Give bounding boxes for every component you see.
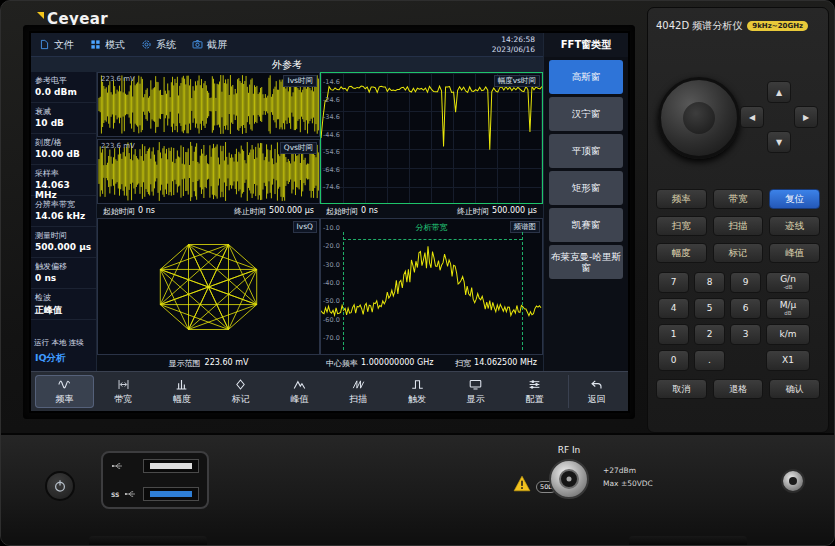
key-frequency[interactable]: 频率 — [656, 189, 707, 209]
display-range-value: 223.60 mV — [205, 358, 249, 369]
model-label: 4042D 频谱分析仪 — [656, 19, 742, 33]
key-digit-0[interactable]: 0 — [658, 350, 689, 371]
back-button[interactable]: 返回 — [568, 375, 624, 408]
key-cancel[interactable]: 取消 — [656, 379, 707, 399]
toolbar-label-peak: 峰值 — [291, 393, 309, 406]
toolbar-amplitude[interactable]: 幅度 — [153, 375, 212, 408]
fft-option-flattop[interactable]: 平顶窗 — [549, 134, 623, 168]
menubar: 文件模式系统截屏 14:26:58 2023/06/16 — [31, 33, 543, 57]
key-digit-2[interactable]: 2 — [694, 324, 725, 345]
key-decimal[interactable]: . — [694, 350, 725, 371]
param-label: 分辨率带宽 — [35, 199, 92, 210]
fft-option-kaiser[interactable]: 凯赛窗 — [549, 208, 623, 242]
ground-terminal-hole — [789, 477, 797, 485]
toolbar-items: 频率带宽幅度标记峰值扫描触发显示配置 — [35, 375, 564, 408]
param-scale-per-div: 刻度/格10.00 dB — [31, 134, 96, 165]
function-keys: 频率带宽复位扫宽扫描迹线幅度标记峰值 — [656, 189, 820, 263]
usb3-ss-label: SS — [111, 491, 119, 498]
arrow-right-key[interactable]: ▶ — [794, 106, 818, 128]
key-span[interactable]: 扫宽 — [656, 216, 707, 236]
key-label: 7 — [671, 278, 677, 287]
param-value: 0 ns — [35, 273, 92, 283]
toolbar-label-bandwidth: 带宽 — [114, 393, 132, 406]
y-axis-label: -34.6 — [323, 113, 340, 121]
key-digit-6[interactable]: 6 — [730, 298, 761, 319]
key-confirm[interactable]: 确认 — [769, 379, 820, 399]
toolbar-bandwidth[interactable]: 带宽 — [94, 375, 153, 408]
fft-option-rectangular[interactable]: 矩形窗 — [549, 171, 623, 205]
rotary-knob[interactable] — [658, 77, 740, 159]
usb3-icon — [124, 488, 136, 500]
fft-options: 高斯窗汉宁窗平顶窗矩形窗凯赛窗布莱克曼-哈里斯窗 — [544, 57, 628, 282]
param-rbw: 分辨率带宽14.06 kHz — [31, 196, 96, 227]
arrow-down-key[interactable]: ▼ — [767, 131, 791, 153]
toolbar-sweep[interactable]: 扫描 — [329, 375, 388, 408]
power-button[interactable] — [45, 471, 75, 501]
menu-label-system: 系统 — [156, 38, 176, 52]
key-bandwidth[interactable]: 带宽 — [713, 189, 764, 209]
y-axis-label: -30.0 — [323, 261, 340, 269]
toolbar-trigger[interactable]: 触发 — [388, 375, 447, 408]
touchscreen: 文件模式系统截屏 14:26:58 2023/06/16 外参考 参考电平0.0… — [31, 33, 628, 411]
key-preset[interactable]: 复位 — [769, 189, 820, 209]
menu-screenshot[interactable]: 截屏 — [192, 38, 227, 52]
graph-footer: 显示范围 223.60 mV 中心频率1.000000000 GHz 扫宽14.… — [97, 355, 543, 371]
key-unit-k[interactable]: k/m — [766, 324, 810, 345]
frequency-range-badge: 9kHz~20GHz — [747, 21, 808, 31]
key-unit-g[interactable]: G/n-dB — [766, 272, 810, 293]
hardware-panel: 4042D 频谱分析仪 9kHz~20GHz ▲◀▶▼ 频率带宽复位扫宽扫描迹线… — [647, 7, 829, 433]
y-axis-label: -40.0 — [323, 279, 340, 287]
param-trigger-offset: 触发偏移0 ns — [31, 258, 96, 289]
key-sublabel: dB — [784, 311, 791, 317]
toolbar-config[interactable]: 配置 — [505, 375, 564, 408]
arrow-up-key[interactable]: ▲ — [767, 81, 791, 103]
key-digit-7[interactable]: 7 — [658, 272, 689, 293]
arrow-keys: ▲◀▶▼ — [740, 81, 818, 153]
toolbar-frequency[interactable]: 频率 — [35, 375, 94, 408]
key-digit-3[interactable]: 3 — [730, 324, 761, 345]
usb3-tab — [150, 491, 192, 497]
arrow-left-key[interactable]: ◀ — [740, 106, 764, 128]
front-panel: SS 50Ω RF In +27dBm Max ±50VDC — [1, 433, 835, 546]
toolbar-display[interactable]: 显示 — [446, 375, 505, 408]
menu-label-screenshot: 截屏 — [207, 38, 227, 52]
sweep-icon — [351, 378, 366, 391]
key-sublabel: -dB — [783, 285, 792, 291]
rf-input-connector — [549, 459, 589, 499]
stop-time-value: 500.000 μs — [492, 206, 537, 217]
toolbar-marker[interactable]: 标记 — [211, 375, 270, 408]
analysis-band-left-line — [343, 232, 344, 350]
key-digit-9[interactable]: 9 — [730, 272, 761, 293]
key-peak[interactable]: 峰值 — [769, 243, 820, 263]
key-backspace[interactable]: 退格 — [713, 379, 764, 399]
key-x1[interactable]: X1 — [766, 350, 810, 371]
key-digit-1[interactable]: 1 — [658, 324, 689, 345]
usb-ports: SS — [101, 451, 209, 509]
bottom-toolbar: 频率带宽幅度标记峰值扫描触发显示配置 返回 — [31, 371, 628, 411]
key-trace[interactable]: 迹线 — [769, 216, 820, 236]
fft-option-gaussian[interactable]: 高斯窗 — [549, 60, 623, 94]
key-unit-m[interactable]: M/μdB — [766, 298, 810, 319]
key-digit-8[interactable]: 8 — [694, 272, 725, 293]
center-frequency-label: 中心频率 — [326, 358, 358, 369]
max-power-label: +27dBm — [603, 465, 653, 478]
menu-mode[interactable]: 模式 — [90, 38, 125, 52]
file-icon — [39, 39, 50, 50]
toolbar-peak[interactable]: 峰值 — [270, 375, 329, 408]
q-panel-label: Qvs时间 — [280, 142, 317, 154]
spectrum-panel: -10.0-20.0-30.0-40.0-50.0-60.0-70.0 分析带宽… — [320, 218, 543, 355]
y-axis-label: -70.0 — [323, 334, 340, 342]
key-digit-5[interactable]: 5 — [694, 298, 725, 319]
menu-system[interactable]: 系统 — [141, 38, 176, 52]
key-sweep[interactable]: 扫描 — [713, 216, 764, 236]
fft-option-hanning[interactable]: 汉宁窗 — [549, 97, 623, 131]
key-digit-4[interactable]: 4 — [658, 298, 689, 319]
key-marker[interactable]: 标记 — [713, 243, 764, 263]
key-label: 8 — [707, 278, 713, 287]
time-axis-left: 起始时间0 ns 终止时间500.000 μs — [97, 206, 320, 217]
y-axis-label: -24.6 — [323, 96, 340, 104]
fft-option-blackman-harris[interactable]: 布莱克曼-哈里斯窗 — [549, 245, 623, 279]
param-ref-level: 参考电平0.0 dBm — [31, 72, 96, 103]
key-amplitude[interactable]: 幅度 — [656, 243, 707, 263]
menu-file[interactable]: 文件 — [39, 38, 74, 52]
